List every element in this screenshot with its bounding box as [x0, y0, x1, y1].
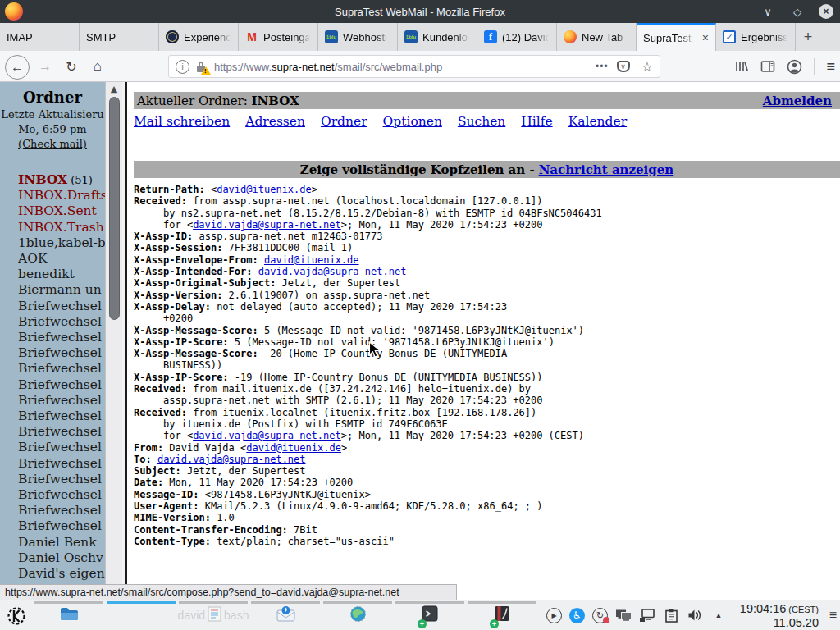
- email-address-link[interactable]: david.vajda@supra-net.net: [258, 266, 407, 277]
- mixed-content-lock-icon[interactable]: [196, 61, 208, 73]
- folder-item[interactable]: Briefwechsel: [18, 314, 105, 330]
- maximize-button[interactable]: ◇: [789, 3, 806, 20]
- page-info-icon[interactable]: i: [176, 60, 189, 74]
- menu-link-ordner[interactable]: Ordner: [321, 114, 368, 129]
- displays-icon[interactable]: [615, 607, 632, 623]
- new-tab-button[interactable]: +: [796, 23, 820, 51]
- email-address-link[interactable]: david@ituenix.de: [217, 184, 312, 195]
- menu-link-hilfe[interactable]: Hilfe: [521, 114, 552, 129]
- folder-item[interactable]: benedikt: [18, 267, 105, 282]
- task-button-firefox[interactable]: [105, 600, 177, 630]
- accessibility-icon[interactable]: ♿: [569, 608, 585, 623]
- folders-scrollbar[interactable]: ▲ ▼: [105, 82, 122, 600]
- scroll-up-icon[interactable]: ▲: [106, 84, 122, 94]
- home-button[interactable]: ⌂: [87, 55, 108, 78]
- folder-item[interactable]: Briefwechsel: [18, 377, 105, 393]
- folder-item[interactable]: 1blue,kabel-b: [18, 235, 105, 251]
- folder-item[interactable]: Briefwechsel: [18, 487, 105, 503]
- email-address-link[interactable]: david.vajda@supra-net.net: [193, 430, 341, 441]
- task-button-kmail[interactable]: [249, 600, 322, 630]
- email-address-link[interactable]: david@ituenix.de: [264, 254, 359, 266]
- show-message-link[interactable]: Nachricht anzeigen: [539, 162, 674, 177]
- sidebar-toggle-icon[interactable]: [760, 60, 775, 73]
- menu-hamburger-icon[interactable]: ≡: [826, 58, 835, 75]
- folder-item[interactable]: AOK: [18, 251, 105, 267]
- folder-item[interactable]: Briefwechsel: [18, 345, 105, 361]
- email-address-link[interactable]: david.vajda@supra-net.net: [158, 454, 306, 465]
- folder-item[interactable]: Briefwechsel: [18, 456, 105, 472]
- folder-item[interactable]: Briefwechsel: [18, 518, 105, 534]
- network-icon[interactable]: [639, 607, 655, 623]
- folder-item[interactable]: Briefwechsel: [18, 472, 105, 487]
- folder-item[interactable]: Briefwechsel: [18, 330, 105, 345]
- menu-link-optionen[interactable]: Optionen: [383, 114, 442, 129]
- mouse-cursor: [368, 341, 381, 358]
- folder-item[interactable]: Briefwechsel: [18, 503, 105, 518]
- close-button[interactable]: ×: [819, 4, 833, 19]
- reload-button[interactable]: ↻: [61, 55, 82, 78]
- minimize-button[interactable]: ∨: [760, 3, 776, 20]
- scrollbar-thumb[interactable]: [109, 97, 120, 320]
- folder-item[interactable]: INBOX.Trash: [18, 220, 105, 235]
- updates-icon[interactable]: ↻: [592, 608, 608, 623]
- folder-item[interactable]: Briefwechsel: [18, 361, 105, 377]
- digital-clock[interactable]: 19:04:16 (CEST) 11.05.20: [740, 602, 819, 629]
- task-button-folder[interactable]: [33, 600, 105, 630]
- browser-tab-webhosti[interactable]: 1bluWebhosti: [318, 23, 398, 51]
- email-address-link[interactable]: david@ituenix.de: [246, 442, 341, 454]
- media-play-icon[interactable]: ▶: [546, 608, 562, 623]
- library-icon[interactable]: [734, 60, 749, 73]
- folder-item[interactable]: INBOX (51): [18, 171, 105, 188]
- email-address-link[interactable]: david.vajda@supra-net.net: [193, 219, 341, 231]
- folder-item[interactable]: Briefwechsel: [18, 440, 105, 455]
- pocket-icon[interactable]: ∨: [617, 61, 630, 72]
- browser-tab-posteinga[interactable]: MPosteinga: [239, 23, 318, 51]
- bookmark-star-icon[interactable]: ☆: [641, 59, 653, 75]
- task-button-globe[interactable]: [322, 600, 394, 630]
- page-actions-icon[interactable]: •••: [596, 61, 609, 72]
- logout-link[interactable]: Abmelden: [763, 94, 832, 108]
- current-folder-text: Aktueller Ordner: INBOX: [137, 94, 299, 108]
- menu-link-mail-schreiben[interactable]: Mail schreiben: [134, 114, 230, 129]
- folder-item[interactable]: INBOX.Drafts: [18, 188, 105, 203]
- folder-item[interactable]: INBOX.Sent: [18, 203, 105, 219]
- folder-item[interactable]: Daniel Benk: [18, 535, 105, 550]
- browser-tab-experienc[interactable]: Experienc: [159, 23, 239, 51]
- application-launcher-icon[interactable]: [7, 606, 26, 626]
- folder-item[interactable]: David's eigen: [18, 566, 105, 582]
- header-text: from assp.supra-net.net (localhost.local…: [187, 195, 542, 207]
- menu-link-adressen[interactable]: Adressen: [245, 114, 305, 129]
- header-line: Subject: Jetzt, der Supertest: [134, 465, 840, 477]
- folder-item[interactable]: Biermann un: [18, 282, 105, 298]
- menu-link-kalender[interactable]: Kalender: [568, 114, 627, 129]
- clipboard-icon[interactable]: [663, 607, 679, 623]
- folder-item[interactable]: Briefwechsel: [18, 299, 105, 314]
- menu-link-suchen[interactable]: Suchen: [458, 114, 505, 129]
- task-button-editor[interactable]: +: [466, 600, 538, 630]
- tab-close-icon[interactable]: ×: [702, 31, 709, 44]
- browser-tab-new-tab[interactable]: New Tab: [557, 23, 637, 51]
- account-icon[interactable]: [787, 59, 802, 75]
- task-button-konsole[interactable]: +: [394, 600, 466, 630]
- browser-tab-supratest[interactable]: SupraTest×: [637, 23, 716, 51]
- back-button[interactable]: ←: [5, 55, 30, 80]
- url-text[interactable]: https://www.supra-net.net/smail/src/webm…: [214, 61, 587, 73]
- folder-item[interactable]: Briefwechsel: [18, 424, 105, 440]
- expand-tray-icon[interactable]: ▲: [710, 607, 727, 623]
- folder-item[interactable]: Briefwechsel: [18, 393, 105, 409]
- url-bar[interactable]: i https://www.supra-net.net/smail/src/we…: [168, 55, 660, 78]
- forward-button[interactable]: →: [34, 55, 56, 78]
- panel-settings-icon[interactable]: ≡: [829, 608, 837, 623]
- folder-item[interactable]: Briefwechsel: [18, 409, 105, 424]
- browser-tab-kundenlo[interactable]: 1bluKundenlo: [398, 23, 477, 51]
- task-button-document[interactable]: davidbash: [177, 600, 249, 630]
- folder-item[interactable]: Daniel Oschv: [18, 550, 105, 566]
- header-field-name: X-Assp-Delay:: [134, 301, 211, 313]
- browser-tab-smtp[interactable]: SMTP: [80, 23, 159, 51]
- browser-tab--12-david[interactable]: f(12) David: [477, 23, 557, 51]
- volume-icon[interactable]: [687, 607, 703, 623]
- tab-label: SMTP: [86, 31, 152, 43]
- browser-tab-imap[interactable]: IMAP: [0, 23, 80, 51]
- browser-tab-ergebniss[interactable]: ✓Ergebniss: [716, 23, 796, 51]
- check-mail-link[interactable]: (Check mail): [0, 138, 105, 150]
